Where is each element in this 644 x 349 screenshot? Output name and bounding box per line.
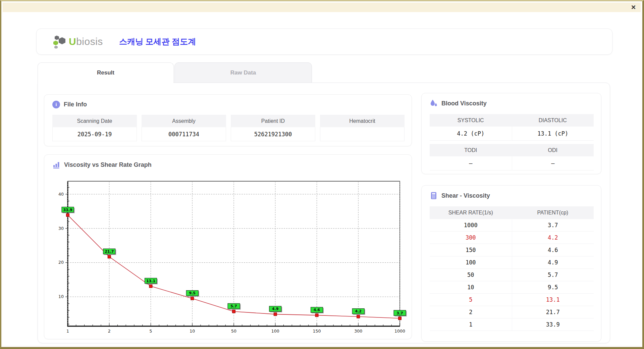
file-info-card: i File Info Scanning Date2025-09-19Assem… (44, 94, 412, 146)
tab-raw-data[interactable]: Raw Data (174, 62, 312, 83)
shear-rate-cell: 50 (430, 269, 512, 281)
svg-text:4.6: 4.6 (314, 308, 320, 312)
table-row: 3004.2 (430, 232, 594, 244)
svg-text:40: 40 (58, 192, 64, 197)
shear-rate-cell: 300 (430, 232, 512, 244)
graph-title: Viscosity vs Shear Rate Graph (64, 161, 152, 168)
shear-rate-cell: 2 (430, 306, 512, 318)
shear-rate-cell: 10 (430, 281, 512, 293)
shear-rate-cell: 100 (430, 256, 512, 268)
file-info-header: i File Info (52, 101, 87, 108)
shear-rate-cell: 1000 (430, 219, 512, 231)
brand-first-letter: U (69, 36, 76, 47)
svg-text:9.5: 9.5 (189, 291, 196, 295)
brand-logo: Ubiosis (52, 35, 103, 49)
table-row: 505.7 (430, 269, 594, 281)
svg-text:20: 20 (58, 260, 64, 265)
blood-viscosity-group: TODIODI–– (430, 144, 594, 170)
patient-cell: 5.7 (512, 269, 594, 281)
svg-text:13.1: 13.1 (146, 279, 155, 283)
file-info-field: Hematocrit (320, 115, 405, 141)
shear-rate-cell: 150 (430, 244, 512, 256)
patient-column-header: PATIENT(cp) (512, 206, 594, 219)
metric-label: SYSTOLIC (430, 114, 512, 127)
result-panel: i File Info Scanning Date2025-09-19Assem… (38, 83, 610, 343)
svg-text:4.2: 4.2 (355, 309, 362, 313)
blood-viscosity-header: Blood Viscosity (430, 99, 487, 107)
shear-viscosity-title: Shear - Viscosity (441, 192, 490, 199)
title-bar: ✕ (3, 3, 641, 12)
svg-text:4.9: 4.9 (272, 307, 279, 311)
shear-rate-cell: 1 (430, 318, 512, 331)
svg-text:10: 10 (58, 294, 64, 299)
table-row: 133.9 (430, 318, 594, 331)
shear-table-body: 10003.73004.21504.61004.9505.7109.5513.1… (430, 219, 594, 331)
metric-label: DIASTOLIC (512, 114, 594, 127)
field-label: Scanning Date (52, 115, 137, 127)
svg-text:33.9: 33.9 (63, 208, 72, 212)
table-row: 10003.7 (430, 219, 594, 232)
graph-card: Viscosity vs Shear Rate Graph 33.921.713… (44, 154, 412, 339)
window-content: Ubiosis 스캐닝 모세관 점도계 Result Raw Data i Fi… (3, 12, 641, 345)
patient-cell: 9.5 (512, 281, 594, 293)
calculator-icon (430, 192, 438, 200)
field-value (320, 127, 405, 141)
metric-label: TODI (430, 144, 512, 156)
field-value: 2025-09-19 (52, 127, 137, 141)
shear-rate-column-header: SHEAR RATE(1/s) (430, 206, 512, 219)
field-label: Patient ID (231, 115, 315, 127)
svg-text:1: 1 (66, 329, 69, 334)
svg-text:1000: 1000 (394, 329, 405, 334)
metric-label: ODI (512, 144, 594, 156)
svg-text:3.7: 3.7 (396, 311, 403, 315)
svg-text:100: 100 (271, 329, 279, 334)
bar-chart-icon (52, 161, 60, 169)
field-label: Hematocrit (320, 115, 405, 127)
blood-viscosity-group: SYSTOLICDIASTOLIC4.2 (cP)13.1 (cP) (430, 114, 594, 141)
graph-header: Viscosity vs Shear Rate Graph (52, 161, 152, 169)
close-icon[interactable]: ✕ (631, 4, 636, 10)
field-value: 52621921300 (231, 127, 315, 141)
table-row: 1004.9 (430, 256, 594, 269)
viscosity-chart: 33.921.713.19.55.74.94.64.23.71020304012… (48, 178, 410, 339)
window-frame: ✕ Ubiosis 스캐닝 모세관 점도계 Result Raw Data i (0, 0, 644, 349)
blood-viscosity-title: Blood Viscosity (441, 100, 487, 107)
svg-text:30: 30 (58, 226, 64, 231)
metric-value: – (430, 156, 512, 170)
svg-text:50: 50 (231, 329, 236, 334)
header-card: Ubiosis 스캐닝 모세관 점도계 (36, 29, 612, 55)
field-value: 000711734 (142, 127, 226, 141)
patient-cell: 3.7 (512, 219, 594, 231)
file-info-title: File Info (64, 101, 87, 108)
svg-text:5: 5 (150, 329, 152, 334)
table-row: 221.7 (430, 306, 594, 318)
shear-rate-cell: 5 (430, 294, 512, 306)
table-row: 109.5 (430, 281, 594, 294)
metric-value: 4.2 (cP) (430, 127, 512, 141)
app-title: 스캐닝 모세관 점도계 (119, 36, 196, 47)
file-info-field: Scanning Date2025-09-19 (52, 115, 137, 141)
svg-text:300: 300 (354, 329, 362, 334)
table-row: 1504.6 (430, 244, 594, 256)
patient-cell: 13.1 (512, 294, 594, 306)
blood-viscosity-grid: SYSTOLICDIASTOLIC4.2 (cP)13.1 (cP)TODIOD… (430, 114, 594, 174)
brand-wordmark: Ubiosis (69, 36, 103, 47)
info-icon: i (52, 101, 60, 108)
svg-text:150: 150 (313, 329, 321, 334)
metric-value: – (512, 156, 594, 170)
shear-table: SHEAR RATE(1/s) PATIENT(cp) 10003.73004.… (430, 206, 594, 331)
table-row: 513.1 (430, 294, 594, 306)
shear-viscosity-card: Shear - Viscosity SHEAR RATE(1/s) PATIEN… (421, 185, 601, 342)
patient-cell: 33.9 (512, 318, 594, 331)
blood-viscosity-card: Blood Viscosity SYSTOLICDIASTOLIC4.2 (cP… (421, 93, 601, 174)
patient-cell: 4.2 (512, 232, 594, 244)
patient-cell: 4.9 (512, 256, 594, 268)
metric-value: 13.1 (cP) (512, 127, 594, 141)
field-label: Assembly (142, 115, 226, 127)
file-info-fields: Scanning Date2025-09-19Assembly000711734… (52, 115, 405, 141)
svg-text:21.7: 21.7 (105, 249, 114, 254)
tab-result[interactable]: Result (38, 62, 174, 83)
file-info-field: Patient ID52621921300 (231, 115, 315, 141)
shear-table-header: SHEAR RATE(1/s) PATIENT(cp) (430, 206, 594, 219)
svg-text:2: 2 (108, 329, 111, 334)
